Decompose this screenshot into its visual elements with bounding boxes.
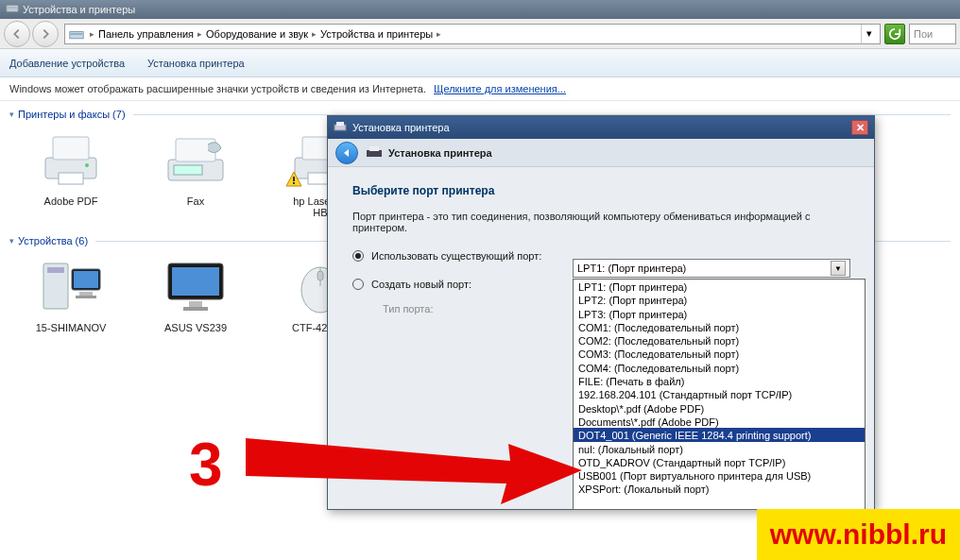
search-input[interactable]: Пои <box>909 24 956 44</box>
svg-rect-1 <box>9 7 17 8</box>
dialog-subheader: Установка принтера <box>328 139 874 167</box>
port-option[interactable]: Documents\*.pdf (Adobe PDF) <box>574 415 865 428</box>
svg-rect-15 <box>293 182 295 184</box>
svg-rect-10 <box>174 165 202 175</box>
port-option[interactable]: DOT4_001 (Generic IEEE 1284.4 printing s… <box>574 428 865 441</box>
refresh-button[interactable] <box>884 24 905 44</box>
device-item[interactable]: Fax <box>147 129 244 218</box>
dialog-subtitle: Установка принтера <box>388 147 492 159</box>
back-button[interactable] <box>335 142 358 164</box>
dialog-titlebar[interactable]: Установка принтера ✕ <box>328 116 874 139</box>
svg-rect-3 <box>71 33 83 35</box>
svg-rect-14 <box>293 177 295 181</box>
printer-icon <box>334 121 347 134</box>
nav-back-button[interactable] <box>4 21 30 47</box>
collapse-icon: ▾ <box>9 110 14 119</box>
chevron-down-icon[interactable]: ▼ <box>831 261 846 276</box>
breadcrumb-seg3[interactable]: Устройства и принтеры <box>320 28 433 40</box>
navigation-bar: ▸ Панель управления ▸ Оборудование и зву… <box>0 19 960 49</box>
chevron-right-icon: ▸ <box>312 29 317 39</box>
port-option[interactable]: nul: (Локальный порт) <box>574 442 865 455</box>
computer-icon <box>34 256 108 316</box>
port-option[interactable]: LPT2: (Порт принтера) <box>574 293 865 306</box>
address-bar[interactable]: ▸ Панель управления ▸ Оборудование и зву… <box>64 24 881 44</box>
chevron-right-icon: ▸ <box>90 29 94 39</box>
port-option[interactable]: LPT1: (Порт принтера) <box>574 280 865 293</box>
port-type-label: Тип порта: <box>383 303 433 314</box>
dialog-description: Порт принтера - это тип соединения, позв… <box>352 211 849 233</box>
device-item[interactable]: 15-SHIMANOV <box>23 256 119 333</box>
device-item[interactable]: ASUS VS239 <box>147 256 244 333</box>
install-printer-dialog: Установка принтера ✕ Установка принтера … <box>327 115 875 510</box>
dialog-title: Установка принтера <box>352 122 450 133</box>
dialog-body: Выберите порт принтера Порт принтера - э… <box>328 167 874 509</box>
info-bar: Windows может отображать расширенные зна… <box>0 77 960 101</box>
svg-rect-30 <box>367 150 382 157</box>
svg-rect-2 <box>70 31 83 38</box>
info-text: Windows может отображать расширенные зна… <box>9 83 426 94</box>
option-label: Создать новый порт: <box>371 279 471 290</box>
port-option[interactable]: OTD_KADROV (Стандартный порт TCP/IP) <box>574 455 865 468</box>
address-dropdown-icon[interactable]: ▾ <box>861 25 876 43</box>
command-bar: Добавление устройства Установка принтера <box>0 49 960 77</box>
close-button[interactable]: ✕ <box>851 120 868 135</box>
svg-rect-24 <box>189 301 202 307</box>
svg-rect-29 <box>336 122 344 126</box>
printer-icon <box>366 145 383 161</box>
port-option[interactable]: USB001 (Порт виртуального принтера для U… <box>574 468 865 482</box>
info-link[interactable]: Щелкните для изменения... <box>434 83 566 94</box>
add-device-button[interactable]: Добавление устройства <box>9 58 125 69</box>
search-placeholder: Пои <box>914 28 933 40</box>
chevron-right-icon: ▸ <box>437 29 441 39</box>
breadcrumb-seg1[interactable]: Панель управления <box>98 28 194 40</box>
device-label: Fax <box>147 195 244 207</box>
port-option[interactable]: COM3: (Последовательный порт) <box>574 347 865 360</box>
collapse-icon: ▾ <box>9 236 14 246</box>
svg-rect-27 <box>317 271 323 280</box>
svg-rect-19 <box>74 271 98 288</box>
svg-rect-23 <box>172 267 219 296</box>
group-label: Устройства (6) <box>18 235 88 246</box>
nav-forward-button[interactable] <box>32 21 59 47</box>
group-label: Принтеры и факсы (7) <box>18 109 126 120</box>
svg-rect-6 <box>59 173 83 184</box>
port-dropdown-list[interactable]: LPT1: (Порт принтера)LPT2: (Порт принтер… <box>573 279 866 510</box>
folder-icon <box>69 27 84 41</box>
port-option[interactable]: Desktop\*.pdf (Adobe PDF) <box>574 401 865 415</box>
printer-icon <box>34 129 108 190</box>
svg-point-7 <box>85 163 89 167</box>
svg-rect-25 <box>183 307 208 311</box>
radio-icon[interactable] <box>352 279 364 290</box>
device-label: Adobe PDF <box>23 195 119 207</box>
port-option[interactable]: XPSPort: (Локальный порт) <box>574 482 865 495</box>
svg-rect-17 <box>47 267 64 273</box>
window-icon <box>6 2 19 17</box>
svg-rect-20 <box>79 292 93 296</box>
window-titlebar: Устройства и принтеры <box>0 0 960 19</box>
watermark: www.nibbl.ru <box>757 509 960 560</box>
device-label: ASUS VS239 <box>147 322 244 333</box>
port-option[interactable]: FILE: (Печать в файл) <box>574 374 865 387</box>
breadcrumb-seg2[interactable]: Оборудование и звук <box>206 28 308 40</box>
device-item[interactable]: Adobe PDF <box>23 129 119 218</box>
radio-selected-icon[interactable] <box>352 250 364 262</box>
chevron-right-icon: ▸ <box>197 29 202 39</box>
window-title: Устройства и принтеры <box>23 4 135 15</box>
port-option[interactable]: LPT3: (Порт принтера) <box>574 307 865 320</box>
monitor-icon <box>159 256 232 316</box>
port-select[interactable]: LPT1: (Порт принтера) ▼ <box>573 259 850 278</box>
port-select-value: LPT1: (Порт принтера) <box>577 263 686 274</box>
svg-rect-31 <box>369 146 379 151</box>
fax-icon <box>159 129 232 190</box>
dialog-heading: Выберите порт принтера <box>352 184 849 197</box>
svg-rect-21 <box>76 296 96 298</box>
port-option[interactable]: COM4: (Последовательный порт) <box>574 361 865 374</box>
annotation-step-number: 3 <box>189 430 223 500</box>
option-label: Использовать существующий порт: <box>371 250 541 262</box>
port-option[interactable]: COM1: (Последовательный порт) <box>574 320 865 333</box>
svg-rect-5 <box>53 137 89 160</box>
warning-icon <box>285 171 302 188</box>
port-option[interactable]: 192.168.204.101 (Стандартный порт TCP/IP… <box>574 387 865 400</box>
install-printer-button[interactable]: Установка принтера <box>147 58 245 69</box>
port-option[interactable]: COM2: (Последовательный порт) <box>574 333 865 347</box>
